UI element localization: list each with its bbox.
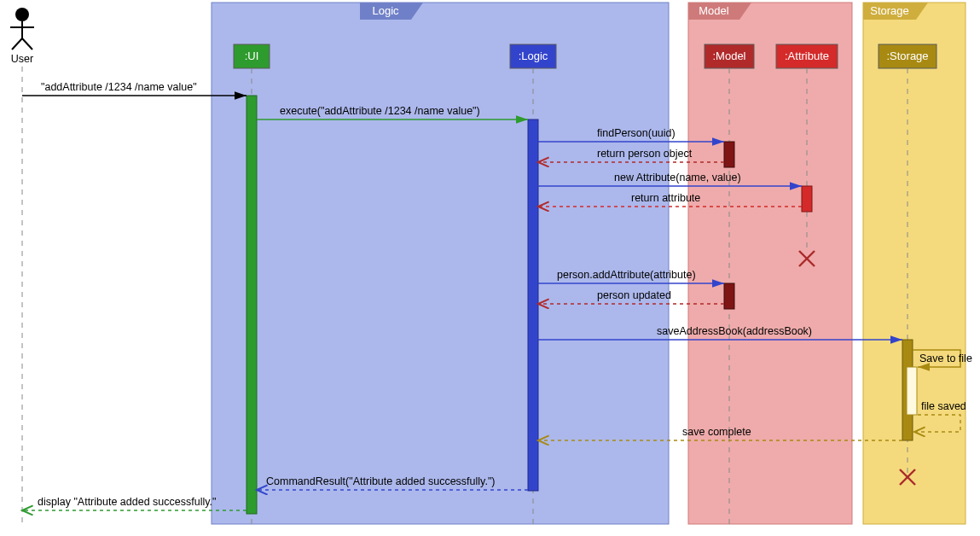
activation-storage-inner <box>907 367 917 415</box>
lifeline-attribute-label: :Attribute <box>785 50 829 62</box>
msg-new-attribute: new Attribute(name, value) <box>614 172 741 184</box>
msg-person-updated: person updated <box>597 289 671 301</box>
frame-model-title: Model <box>699 4 729 17</box>
lifeline-logic-label: :Logic <box>519 50 548 62</box>
activation-model-1 <box>724 142 734 167</box>
msg-saveaddressbook: saveAddressBook(addressBook) <box>657 325 812 337</box>
msg-return-attribute: return attribute <box>631 192 700 204</box>
svg-point-6 <box>15 8 29 21</box>
msg-display: display "Attribute added successfully." <box>38 496 216 508</box>
msg-findperson: findPerson(uuid) <box>597 127 676 139</box>
svg-rect-0 <box>212 3 669 524</box>
frame-logic: Logic <box>212 3 669 524</box>
actor-user-label: User <box>11 53 33 65</box>
msg-person-addattr: person.addAttribute(attribute) <box>557 269 696 281</box>
activation-attr <box>802 186 812 212</box>
frame-model: Model <box>688 3 852 524</box>
activation-logic <box>528 119 538 491</box>
msg-file-saved: file saved <box>921 400 966 412</box>
lifeline-storage-label: :Storage <box>886 50 928 62</box>
lifeline-ui-label: :UI <box>245 50 259 62</box>
lifeline-model-label: :Model <box>712 50 745 62</box>
msg-commandresult: CommandResult("Attribute added successfu… <box>266 475 495 487</box>
svg-rect-4 <box>863 3 966 524</box>
svg-line-9 <box>12 38 22 50</box>
sequence-diagram: Logic Model Storage User :UI :Logic :Mod… <box>0 0 980 536</box>
activation-model-2 <box>724 283 734 309</box>
msg-save-complete: save complete <box>682 426 751 438</box>
frame-logic-title: Logic <box>372 4 399 17</box>
actor-user: User <box>10 8 34 524</box>
msg-return-person: return person object <box>597 148 693 160</box>
frame-storage-title: Storage <box>870 4 909 17</box>
msg-user-to-ui: "addAttribute /1234 /name value" <box>41 81 197 93</box>
activation-ui <box>246 96 257 514</box>
msg-save-to-file: Save to file <box>919 352 972 364</box>
svg-rect-2 <box>688 3 852 524</box>
msg-ui-to-logic: execute("addAttribute /1234 /name value"… <box>280 105 480 117</box>
frame-storage: Storage <box>863 3 966 524</box>
svg-line-10 <box>22 38 32 50</box>
